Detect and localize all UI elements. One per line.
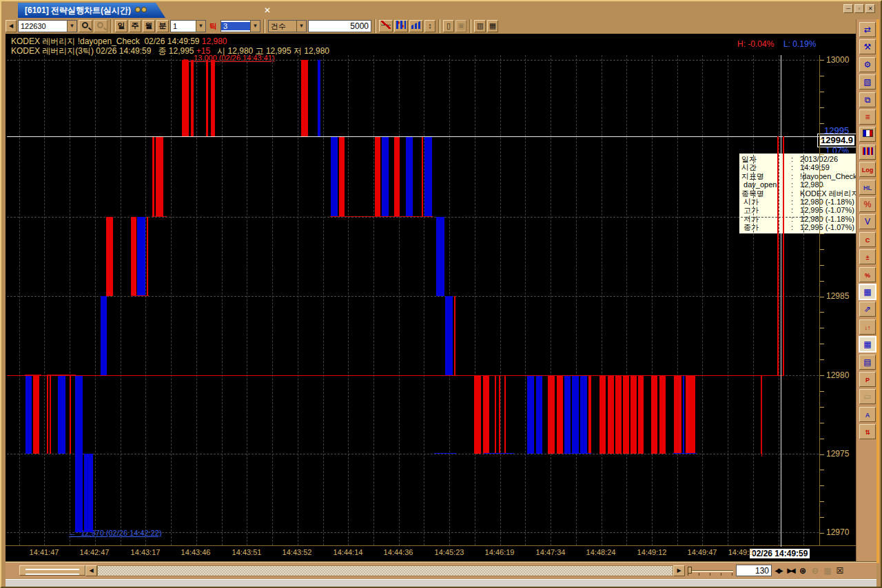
zoom-in-icon[interactable]: ⊕ bbox=[797, 566, 809, 576]
high-low-scale-icon[interactable]: HL bbox=[859, 180, 876, 195]
sort-updown-icon[interactable]: ↓↑ bbox=[859, 319, 876, 335]
interval-value: 1 bbox=[171, 22, 196, 30]
window-title: [6101] 전략실행차트(실시간) bbox=[25, 6, 131, 15]
bottom-bar: ◀ ▶ ◀▶ ▶◀ ⊕ ⊖ ▦ ☒ bbox=[6, 563, 876, 578]
memo-a-icon[interactable]: A bbox=[859, 407, 876, 422]
step-forward-button[interactable]: ▶◀ bbox=[784, 567, 797, 574]
tick-label: 틱 bbox=[207, 21, 219, 32]
compare-line-icon[interactable]: V bbox=[859, 214, 876, 229]
indicator-settings-icon[interactable]: ⚙ bbox=[859, 57, 876, 72]
back-button[interactable]: ◀ bbox=[6, 20, 17, 32]
chart-panel bbox=[6, 34, 860, 561]
period-month-button[interactable]: 월 bbox=[143, 20, 155, 32]
settings-wrench-icon[interactable]: ⚒ bbox=[859, 39, 876, 54]
search-icon bbox=[82, 22, 88, 28]
count-mode-combo[interactable]: 건수▼ bbox=[268, 20, 307, 32]
line-chart-button[interactable] bbox=[379, 20, 393, 32]
application-window: [6101] 전략실행차트(실시간) ✕ ─ ▫ ✕ ◀ 122630▼ 일 주… bbox=[0, 0, 882, 588]
percent-scale-icon[interactable]: % bbox=[859, 197, 876, 212]
data-table-icon[interactable]: ▦ bbox=[859, 284, 876, 300]
chevron-down-icon[interactable]: ▼ bbox=[196, 21, 205, 32]
interval-combo[interactable]: 1▼ bbox=[170, 20, 206, 32]
line-chart-icon bbox=[381, 21, 391, 29]
grid-view-button[interactable]: ▦ bbox=[487, 20, 498, 32]
maximize-button[interactable]: ▫ bbox=[854, 4, 864, 13]
stamp-disabled-button: ▣ bbox=[455, 20, 466, 32]
minimize-button[interactable]: ─ bbox=[843, 4, 853, 13]
bar-chart-button[interactable] bbox=[409, 20, 423, 32]
title-bar: [6101] 전략실행차트(실시간) ✕ ─ ▫ ✕ bbox=[6, 3, 876, 18]
dot-chart-icon bbox=[396, 21, 406, 29]
period-day-button[interactable]: 일 bbox=[115, 20, 127, 32]
search-off-icon bbox=[97, 22, 103, 28]
window-tab[interactable]: [6101] 전략실행차트(실시간) bbox=[18, 3, 165, 18]
chevron-down-icon[interactable]: ▼ bbox=[250, 21, 260, 32]
chart-plus-minus-icon[interactable]: ± bbox=[859, 249, 876, 264]
ys-sort-icon[interactable]: ⇅ bbox=[859, 424, 876, 439]
status-bar bbox=[6, 579, 876, 587]
log-scale-icon[interactable]: Log bbox=[859, 162, 876, 177]
stock-code-value: 122630 bbox=[19, 22, 67, 30]
object-box-icon[interactable]: ▧ bbox=[859, 74, 876, 90]
scale-adjust-icon[interactable]: ⇗ bbox=[859, 302, 876, 317]
coin-icon bbox=[135, 6, 147, 15]
print-preview-icon[interactable]: P bbox=[859, 372, 876, 387]
scroll-left-button[interactable]: ◀ bbox=[85, 565, 97, 576]
toolbar: ◀ 122630▼ 일 주 월 분 1▼ 틱 3▼ 건수▼ ↕ ▯ ▣ ▥ ▦ bbox=[6, 19, 853, 34]
sidebar-toolbox: ⇄⚒⚙▧⧉≡LogHL%VC±%▦⇗↓↑▦▤P▭A⇅ bbox=[856, 19, 879, 563]
scrollbar-track[interactable] bbox=[97, 565, 673, 576]
tick-bars-icon[interactable] bbox=[859, 145, 876, 160]
flag-chart-icon[interactable] bbox=[859, 127, 876, 142]
refresh-icon[interactable]: ⇄ bbox=[859, 22, 876, 37]
chevron-down-icon[interactable]: ▼ bbox=[67, 21, 76, 32]
count-input[interactable] bbox=[308, 20, 371, 32]
chart-c-icon[interactable]: C bbox=[859, 232, 876, 247]
stock-code-combo[interactable]: 122630▼ bbox=[18, 20, 77, 32]
new-document-button[interactable]: ▯ bbox=[443, 20, 454, 32]
chart-percent-b-icon[interactable]: % bbox=[859, 267, 876, 282]
tick-count-combo[interactable]: 3▼ bbox=[220, 20, 260, 32]
close-button[interactable]: ✕ bbox=[865, 4, 875, 13]
scroll-right-button[interactable]: ▶ bbox=[673, 565, 685, 576]
chevron-down-icon[interactable]: ▼ bbox=[296, 21, 306, 32]
bar-chart-icon bbox=[411, 21, 421, 29]
zoom-slider[interactable] bbox=[688, 566, 733, 576]
capture-icon: ▭ bbox=[859, 389, 876, 404]
scrollbar-thumb[interactable] bbox=[19, 565, 85, 576]
period-minute-button[interactable]: 분 bbox=[156, 20, 169, 32]
search-disabled-button bbox=[94, 20, 107, 32]
strategy-list-icon[interactable]: ≡ bbox=[859, 109, 876, 125]
tick-count-value: 3 bbox=[221, 22, 250, 30]
count-mode-label: 건수 bbox=[269, 21, 296, 32]
visible-bars-input[interactable] bbox=[736, 565, 772, 576]
search-button[interactable] bbox=[79, 20, 92, 32]
load-chart-icon[interactable]: ⧉ bbox=[859, 92, 876, 107]
sort-updown-button[interactable]: ↕ bbox=[424, 20, 435, 32]
report-button[interactable]: ▥ bbox=[474, 20, 485, 32]
grid-small-icon: ▦ bbox=[821, 566, 834, 576]
period-week-button[interactable]: 주 bbox=[129, 20, 141, 32]
close-box-icon[interactable]: ☒ bbox=[834, 566, 846, 576]
print-icon[interactable]: ▤ bbox=[859, 355, 876, 370]
zoom-out-icon: ⊖ bbox=[809, 566, 821, 576]
step-backward-button[interactable]: ◀▶ bbox=[772, 567, 784, 574]
tab-close-icon[interactable]: ✕ bbox=[264, 6, 271, 15]
dot-chart-button[interactable] bbox=[394, 20, 408, 32]
grid-toggle-icon[interactable]: ▦ bbox=[859, 337, 876, 352]
